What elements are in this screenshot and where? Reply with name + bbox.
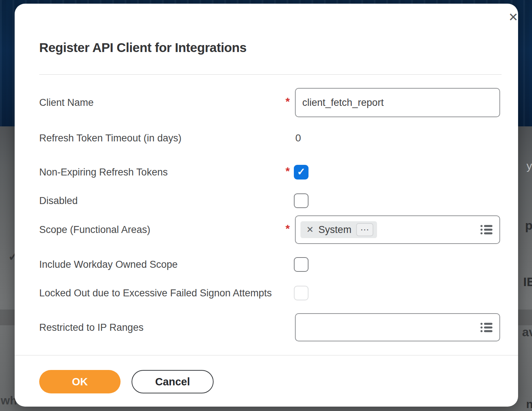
dialog-title: Register API Client for Integrations <box>39 40 247 55</box>
locked-out-checkbox <box>294 286 309 300</box>
field-restricted-to-ip-ranges: Restricted to IP Ranges <box>39 313 516 341</box>
include-workday-owned-scope-checkbox[interactable] <box>294 257 309 272</box>
scope-label: Scope (Functional Areas) <box>39 224 150 236</box>
refresh-token-timeout-value: 0 <box>295 132 301 144</box>
field-scope: Scope (Functional Areas) * ✕ System ⋯ <box>39 215 516 244</box>
field-client-name: Client Name * <box>39 88 516 117</box>
disabled-label: Disabled <box>39 195 78 207</box>
non-expiring-refresh-tokens-label: Non-Expiring Refresh Tokens <box>39 167 168 178</box>
scope-tag-label: System <box>318 224 351 236</box>
non-expiring-refresh-tokens-checkbox[interactable]: ✓ <box>294 165 309 179</box>
backdrop-text-fragment: y <box>527 160 532 172</box>
backdrop-text-fragment: IE <box>523 275 532 289</box>
backdrop-text-fragment: av <box>522 325 532 339</box>
client-name-input[interactable] <box>295 88 500 117</box>
scope-multiselect-input[interactable]: ✕ System ⋯ <box>295 215 500 244</box>
field-disabled: Disabled <box>39 193 516 208</box>
required-asterisk: * <box>282 95 293 108</box>
required-asterisk: * <box>282 222 293 235</box>
cancel-button[interactable]: Cancel <box>132 370 214 393</box>
screen: wh ✓ y p IE av n ✕ Register API Client f… <box>0 0 532 411</box>
register-api-client-dialog: ✕ Register API Client for Integrations C… <box>15 4 518 407</box>
required-asterisk: * <box>282 165 293 177</box>
backdrop-text-fragment: p <box>525 218 532 233</box>
refresh-token-timeout-label: Refresh Token Timeout (in days) <box>39 133 181 144</box>
ip-ranges-multiselect-input[interactable] <box>295 313 500 341</box>
restricted-to-ip-ranges-label: Restricted to IP Ranges <box>39 322 144 333</box>
close-icon: ✕ <box>509 11 518 23</box>
field-non-expiring-refresh-tokens: Non-Expiring Refresh Tokens * ✓ <box>39 165 516 179</box>
prompt-list-icon[interactable] <box>480 224 493 235</box>
title-divider <box>39 74 502 75</box>
checkmark-icon: ✓ <box>297 167 306 177</box>
prompt-list-icon[interactable] <box>480 322 493 333</box>
backdrop-text-fragment: n <box>526 398 532 411</box>
close-button[interactable]: ✕ <box>505 9 522 26</box>
scope-tag-system: ✕ System ⋯ <box>300 221 377 238</box>
field-locked-out: Locked Out due to Excessive Failed Signo… <box>39 286 516 300</box>
locked-out-label: Locked Out due to Excessive Failed Signo… <box>39 288 272 299</box>
remove-tag-icon[interactable]: ✕ <box>306 225 314 234</box>
client-name-label: Client Name <box>39 97 94 108</box>
tag-more-button[interactable]: ⋯ <box>356 223 373 236</box>
field-include-workday-owned-scope: Include Workday Owned Scope <box>39 257 516 272</box>
include-workday-owned-scope-label: Include Workday Owned Scope <box>39 259 178 270</box>
field-refresh-token-timeout: Refresh Token Timeout (in days) 0 <box>39 128 516 148</box>
footer-divider <box>15 355 518 356</box>
ok-button[interactable]: OK <box>39 370 121 393</box>
disabled-checkbox[interactable] <box>294 193 309 208</box>
